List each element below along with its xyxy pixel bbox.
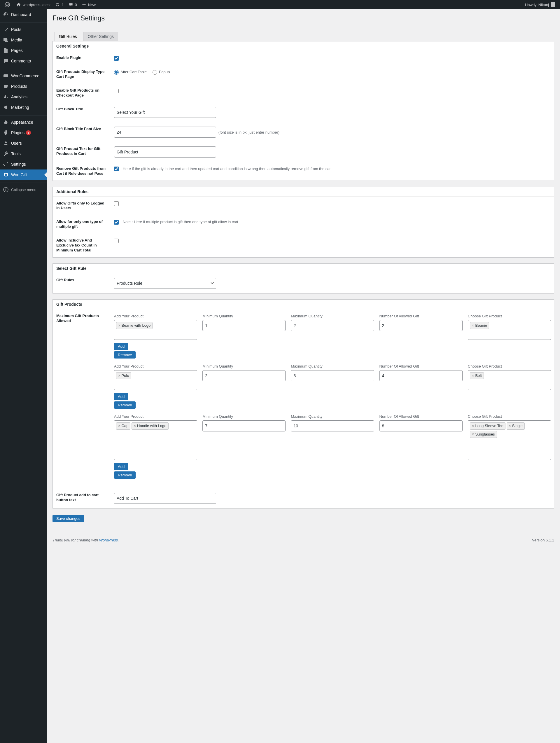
- admin-sidebar: Dashboard Posts Media Pages Comments Woo…: [0, 9, 47, 734]
- min-qty-input[interactable]: [203, 420, 286, 431]
- tax-count-checkbox[interactable]: [114, 238, 119, 243]
- display-popup-text: Popup: [159, 70, 170, 74]
- min-qty-label: Minimum Quantity: [203, 364, 286, 369]
- num-allowed-input[interactable]: [380, 370, 463, 381]
- max-qty-label: Maximum Quantity: [291, 314, 374, 319]
- svg-point-2: [5, 141, 7, 143]
- one-type-checkbox[interactable]: [114, 220, 119, 225]
- choose-gift-box[interactable]: ×Belt: [468, 370, 551, 390]
- updates-count: 1: [61, 3, 63, 7]
- logged-in-checkbox[interactable]: [114, 201, 119, 206]
- remove-row-button[interactable]: Remove: [114, 351, 136, 358]
- plugins-icon: [3, 130, 9, 136]
- save-button[interactable]: Save changes: [52, 515, 84, 522]
- svg-rect-1: [3, 74, 8, 77]
- add-row-button[interactable]: Add: [114, 343, 128, 350]
- footer-link[interactable]: WordPress: [99, 538, 118, 542]
- gift-rules-select[interactable]: Products Rule: [114, 278, 216, 289]
- remove-token-icon[interactable]: ×: [509, 423, 511, 429]
- remove-token-icon[interactable]: ×: [134, 423, 136, 429]
- choose-gift-box[interactable]: ×Beanie: [468, 320, 551, 340]
- menu-plugins[interactable]: Plugins1: [0, 128, 47, 138]
- min-qty-input[interactable]: [203, 370, 286, 381]
- new-text: New: [88, 3, 96, 7]
- remove-token-icon[interactable]: ×: [472, 373, 474, 378]
- block-title-fs-input[interactable]: [114, 127, 216, 138]
- one-type-desc: Note : Here if multiple product is gift …: [123, 220, 238, 224]
- max-qty-input[interactable]: [291, 420, 374, 431]
- gear-icon: [3, 172, 9, 178]
- comments-link[interactable]: 0: [66, 0, 79, 9]
- addtocart-input[interactable]: [114, 493, 216, 504]
- tab-other-settings[interactable]: Other Settings: [83, 32, 118, 41]
- pin-icon: [3, 27, 9, 32]
- block-title-input[interactable]: [114, 107, 216, 118]
- menu-analytics[interactable]: Analytics: [0, 92, 47, 102]
- add-row-button[interactable]: Add: [114, 393, 128, 400]
- updates-link[interactable]: 1: [53, 0, 66, 9]
- products-icon: [3, 83, 9, 89]
- min-qty-input[interactable]: [203, 320, 286, 331]
- num-allowed-input[interactable]: [380, 420, 463, 431]
- menu-settings[interactable]: Settings: [0, 159, 47, 170]
- product-text-input[interactable]: [114, 146, 216, 158]
- remove-token-icon[interactable]: ×: [472, 432, 474, 437]
- max-qty-input[interactable]: [291, 370, 374, 381]
- num-allowed-input[interactable]: [380, 320, 463, 331]
- add-row-button[interactable]: Add: [114, 463, 128, 470]
- add-product-box[interactable]: ×Polo: [114, 370, 197, 390]
- tab-gift-rules[interactable]: Gift Rules: [54, 32, 81, 41]
- tabs: Gift Rules Other Settings: [52, 29, 554, 41]
- menu-media[interactable]: Media: [0, 35, 47, 45]
- svg-point-5: [4, 165, 5, 166]
- max-products-label: Maximum Gift Products Allowed: [53, 309, 111, 489]
- remove-token-icon[interactable]: ×: [472, 423, 474, 429]
- choose-gift-label: Choose Gift Product: [468, 414, 551, 419]
- enable-checkout-checkbox[interactable]: [114, 89, 119, 93]
- site-name[interactable]: wordpress-latest: [14, 0, 53, 9]
- choose-gift-box[interactable]: ×Long Sleeve Tee×Single×Sunglasses: [468, 420, 551, 460]
- display-type-popup-radio[interactable]: [153, 70, 157, 75]
- menu-products[interactable]: Products: [0, 81, 47, 92]
- collapse-menu[interactable]: Collapse menu: [0, 184, 47, 195]
- menu-tools[interactable]: Tools: [0, 148, 47, 159]
- wp-logo[interactable]: [2, 0, 14, 9]
- product-token: ×Sunglasses: [470, 431, 497, 438]
- block-title-fs-label: Gift Block Title Font Size: [53, 122, 111, 142]
- max-qty-input[interactable]: [291, 320, 374, 331]
- product-token: ×Long Sleeve Tee: [470, 423, 506, 429]
- enable-plugin-label: Enable Plugin: [53, 51, 111, 65]
- menu-woocommerce[interactable]: WooCommerce: [0, 71, 47, 81]
- remove-token-icon[interactable]: ×: [118, 423, 121, 429]
- collapse-icon: [3, 187, 9, 192]
- remove-row-button[interactable]: Remove: [114, 401, 136, 409]
- add-product-box[interactable]: ×Beanie with Logo: [114, 320, 197, 340]
- product-row: Add Your Product×Beanie with LogoMinimum…: [114, 314, 551, 364]
- gift-rules-label: Gift Rules: [53, 273, 111, 293]
- menu-users[interactable]: Users: [0, 138, 47, 148]
- menu-posts[interactable]: Posts: [0, 24, 47, 35]
- display-type-label: Gift Products Display Type Cart Page: [53, 65, 111, 84]
- menu-comments[interactable]: Comments: [0, 56, 47, 66]
- account-menu[interactable]: Howdy, Nikunj: [523, 0, 558, 9]
- product-token: ×Belt: [470, 372, 484, 379]
- menu-marketing[interactable]: Marketing: [0, 102, 47, 113]
- remove-token-icon[interactable]: ×: [118, 373, 121, 378]
- add-product-box[interactable]: ×Cap×Hoodie with Logo: [114, 420, 197, 460]
- menu-dashboard[interactable]: Dashboard: [0, 9, 47, 20]
- marketing-icon: [3, 104, 9, 110]
- choose-gift-label: Choose Gift Product: [468, 364, 551, 369]
- addtocart-label: Gift Product add to cart button text: [53, 488, 111, 508]
- remove-token-icon[interactable]: ×: [472, 323, 474, 328]
- menu-pages[interactable]: Pages: [0, 45, 47, 56]
- menu-appearance[interactable]: Appearance: [0, 117, 47, 128]
- page-title: Free Gift Settings: [52, 12, 554, 23]
- menu-woo-gift[interactable]: Woo Gift: [0, 170, 47, 180]
- remove-gift-checkbox[interactable]: [114, 167, 119, 171]
- remove-row-button[interactable]: Remove: [114, 471, 136, 479]
- remove-token-icon[interactable]: ×: [118, 323, 121, 328]
- display-type-after-radio[interactable]: [114, 70, 119, 75]
- new-content[interactable]: New: [79, 0, 98, 9]
- enable-plugin-checkbox[interactable]: [114, 56, 119, 61]
- media-icon: [3, 37, 9, 43]
